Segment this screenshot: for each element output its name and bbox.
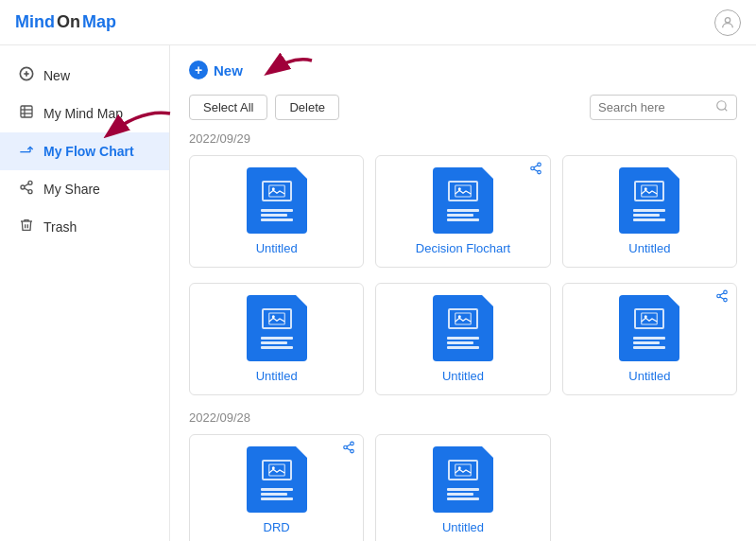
thumb-line-1 [633, 209, 665, 212]
card-decision-flochart[interactable]: Decision Flochart [375, 155, 550, 268]
svg-point-27 [644, 187, 647, 190]
svg-rect-44 [268, 464, 284, 476]
svg-point-19 [537, 163, 541, 166]
thumb-line-3 [261, 218, 293, 221]
topbar: + New [189, 61, 737, 79]
svg-rect-4 [21, 106, 32, 117]
thumb-line-1 [261, 337, 293, 340]
flow-icon [19, 142, 34, 161]
svg-rect-26 [642, 185, 658, 197]
card-untitled-1[interactable]: Untitled [189, 155, 364, 268]
card-untitled-7[interactable]: Untitled [375, 434, 550, 541]
card-untitled-6[interactable]: Untitled [562, 283, 737, 395]
card-thumbnail [433, 446, 493, 513]
svg-point-39 [351, 442, 354, 445]
card-label: Untitled [256, 369, 298, 383]
card-label: Decision Flochart [416, 241, 510, 255]
delete-button[interactable]: Delete [275, 95, 339, 120]
card-thumbnail [619, 295, 679, 361]
svg-point-33 [717, 294, 721, 298]
thumb-lines [447, 209, 479, 221]
card-drd[interactable]: DRD [189, 434, 364, 541]
thumb-line-1 [447, 488, 479, 491]
thumb-lines [447, 337, 479, 349]
thumb-image-icon [448, 460, 478, 480]
card-grid-3: DRD Untitled [189, 434, 737, 541]
svg-rect-30 [455, 313, 472, 324]
card-label: DRD [264, 520, 290, 534]
thumb-line-2 [261, 341, 287, 344]
thumb-lines [633, 209, 665, 221]
date-label-2: 2022/09/28 [189, 410, 737, 425]
svg-point-20 [530, 166, 534, 170]
thumb-line-1 [633, 337, 665, 340]
card-grid-1: Untitled Decision Flochart [189, 155, 737, 268]
header: MindOnMap [0, 0, 756, 45]
card-untitled-4[interactable]: Untitled [189, 283, 364, 395]
thumb-line-3 [447, 497, 479, 500]
card-grid-2: Untitled Untitled [189, 283, 737, 395]
svg-point-38 [644, 315, 647, 318]
thumb-lines [447, 488, 479, 500]
svg-point-11 [21, 185, 25, 189]
thumb-image-icon [262, 460, 292, 480]
card-untitled-5[interactable]: Untitled [375, 283, 550, 395]
card-thumbnail [433, 167, 493, 234]
share-badge [715, 289, 729, 305]
thumb-lines [261, 337, 293, 349]
action-bar: Select All Delete [189, 95, 737, 120]
thumb-line-2 [261, 493, 287, 496]
thumb-line-3 [447, 218, 479, 221]
thumb-line-3 [633, 346, 665, 349]
svg-point-21 [537, 170, 541, 174]
thumb-line-2 [447, 493, 473, 496]
thumb-line-3 [261, 497, 293, 500]
share-badge [529, 162, 542, 178]
search-icon [715, 99, 729, 115]
new-button-label: New [214, 62, 243, 79]
card-label: Untitled [256, 241, 298, 255]
map-icon [19, 104, 34, 123]
card-thumbnail [247, 446, 307, 513]
sidebar-item-trash[interactable]: Trash [0, 208, 169, 246]
svg-line-35 [720, 297, 724, 299]
sidebar-item-my-share[interactable]: My Share [0, 170, 169, 208]
card-label: Untitled [442, 520, 484, 534]
svg-point-45 [271, 466, 274, 469]
svg-line-23 [534, 166, 538, 167]
sidebar-item-flow-chart[interactable]: My Flow Chart [0, 132, 169, 170]
search-input[interactable] [598, 100, 712, 114]
thumb-image-icon [634, 181, 664, 201]
search-box [590, 95, 737, 120]
svg-rect-24 [455, 185, 472, 197]
svg-point-10 [28, 181, 32, 184]
thumb-lines [261, 488, 293, 500]
select-all-button[interactable]: Select All [189, 95, 267, 120]
thumb-line-2 [447, 341, 473, 344]
card-label: Untitled [628, 369, 670, 383]
card-untitled-3[interactable]: Untitled [562, 155, 737, 268]
action-left: Select All Delete [189, 95, 339, 120]
thumb-image-icon [262, 308, 292, 329]
sidebar-item-mind-map[interactable]: My Mind Map [0, 95, 169, 132]
thumb-image-icon [262, 181, 292, 201]
svg-line-14 [25, 183, 29, 186]
svg-point-25 [458, 187, 461, 190]
thumb-line-2 [633, 341, 660, 344]
svg-line-36 [720, 293, 724, 295]
svg-point-32 [724, 290, 728, 294]
svg-point-40 [344, 445, 348, 449]
share-badge [342, 441, 355, 457]
thumb-line-1 [261, 488, 293, 491]
user-avatar[interactable] [714, 9, 741, 36]
sidebar-item-my-share-label: My Share [43, 182, 100, 197]
card-thumbnail [433, 295, 493, 361]
card-label: Untitled [442, 369, 484, 383]
plus-icon [19, 66, 34, 85]
main-content: + New Select All Delete [170, 45, 756, 541]
sidebar-item-new[interactable]: New [0, 57, 169, 95]
new-button[interactable]: + New [189, 61, 243, 79]
card-thumbnail [247, 167, 307, 234]
thumb-lines [633, 337, 665, 349]
svg-line-16 [725, 109, 728, 112]
